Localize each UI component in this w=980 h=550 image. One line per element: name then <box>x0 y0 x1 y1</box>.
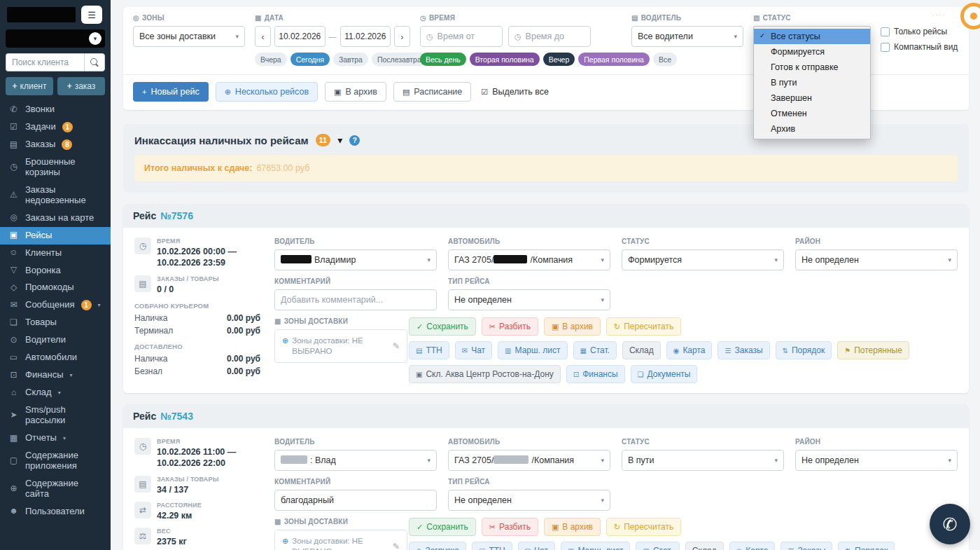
warehouse-aqua-button[interactable]: ▣ Скл. Аква Центр Ростов-на-Дону <box>409 365 561 383</box>
recalculate-trip-button[interactable]: ↻ Пересчитать <box>606 518 681 536</box>
chip-tomorrow[interactable]: Завтра <box>333 53 368 66</box>
sidebar-item-products[interactable]: ❏ Товары <box>0 314 111 331</box>
sidebar-item-clients[interactable]: ☺ Клиенты <box>0 245 111 262</box>
chip-all[interactable]: Все <box>653 53 677 66</box>
new-trip-button[interactable]: +Новый рейс <box>133 82 209 102</box>
checkbox-icon[interactable] <box>881 43 890 52</box>
archive-trip-button[interactable]: ▣ В архив <box>544 518 601 536</box>
driver-select[interactable]: : Влад ▾ <box>274 450 437 471</box>
status-option[interactable]: Готов к отправке <box>754 60 870 75</box>
save-trip-button[interactable]: ✓ Сохранить <box>409 518 476 536</box>
multiple-trips-button[interactable]: ⊕Несколько рейсов <box>216 82 318 102</box>
map-button[interactable]: ◉ Карта <box>729 542 776 550</box>
route-sheet-button[interactable]: ▥ Марш. лист <box>498 341 567 359</box>
archive-trip-button[interactable]: ▣ В архив <box>544 317 601 336</box>
checkbox-icon[interactable] <box>881 27 890 36</box>
archive-button[interactable]: ▣В архив <box>325 82 386 102</box>
sidebar-item-trips[interactable]: ▣ Рейсы <box>0 227 111 245</box>
loading-button[interactable]: ⇧ Загрузка <box>409 542 466 550</box>
ttn-button[interactable]: ▤ ТТН <box>472 542 512 550</box>
time-from-input[interactable]: ◷Время от <box>420 26 503 47</box>
orders-button[interactable]: ☰ Заказы <box>718 341 769 359</box>
sidebar-item-messages[interactable]: ✉ Сообщения 1 ▾ <box>0 296 111 314</box>
route-sheet-button[interactable]: ▥ Марш. лист <box>561 542 630 550</box>
finance-button[interactable]: ⊡ Финансы <box>566 365 625 383</box>
chat-button[interactable]: ✉ Чат <box>455 341 492 359</box>
sidebar-item-sms-push[interactable]: ➤ Sms/push рассылки <box>0 401 111 429</box>
sidebar-item-promocodes[interactable]: ◇ Промокоды <box>0 279 111 296</box>
edit-icon[interactable]: ✎ <box>393 341 400 351</box>
chip-yesterday[interactable]: Вчера <box>255 53 287 66</box>
order-sort-button[interactable]: ⇅ Порядок <box>776 341 832 359</box>
sidebar-item-warehouse[interactable]: ⌂ Склад ▾ <box>0 384 111 401</box>
vehicle-select[interactable]: ГАЗ 2705//Компания ▾ <box>448 249 610 270</box>
trip-status-select[interactable]: В пути ▾ <box>622 450 784 471</box>
sidebar-item-app-content[interactable]: ▢ Содержание приложения <box>0 447 111 475</box>
comment-input[interactable] <box>274 289 437 310</box>
select-all-button[interactable]: ☑Выделить все <box>478 82 552 102</box>
edit-icon[interactable]: ✎ <box>393 542 400 550</box>
save-trip-button[interactable]: ✓ Сохранить <box>409 317 476 336</box>
recalculate-trip-button[interactable]: ↻ Пересчитать <box>606 317 681 336</box>
time-to-input[interactable]: ◷Время до <box>508 26 591 47</box>
stats-button[interactable]: ▦ Стат. <box>636 542 679 550</box>
trip-type-select[interactable]: Не определен ▾ <box>448 490 610 511</box>
sidebar-item-funnel[interactable]: ▽ Воронка <box>0 262 111 280</box>
sidebar-item-finance[interactable]: ⊡ Финансы ▾ <box>0 366 111 384</box>
order-sort-button[interactable]: ⇅ Порядок <box>838 542 895 550</box>
status-option[interactable]: ✓ Все статусы <box>754 29 870 44</box>
phone-fab-button[interactable]: ✆ <box>930 504 970 544</box>
split-trip-button[interactable]: ✂ Разбить <box>482 317 538 336</box>
chip-first-half[interactable]: Первая половина <box>578 53 650 66</box>
lost-button[interactable]: ⚑ Потерянные <box>837 341 909 359</box>
schedule-button[interactable]: ▤Расписание <box>393 82 471 102</box>
driver-select[interactable]: Владимир ▾ <box>274 249 437 270</box>
documents-button[interactable]: ❏ Документы <box>631 365 698 383</box>
split-trip-button[interactable]: ✂ Разбить <box>482 518 538 536</box>
sidebar-item-abandoned-carts[interactable]: ◷ Брошенные корзины <box>0 153 111 181</box>
sidebar-item-orders-on-map[interactable]: ◎ Заказы на карте <box>0 209 111 227</box>
sidebar-item-undelivered-orders[interactable]: ⚠ Заказы недовезенные <box>0 181 111 209</box>
zones-filter-select[interactable]: Все зоны доставки ▾ <box>133 26 245 47</box>
warehouse-button[interactable]: Склад <box>685 542 724 550</box>
status-option[interactable]: В пути <box>754 75 870 90</box>
warehouse-button[interactable]: Склад <box>622 341 661 359</box>
status-option[interactable]: Формируется <box>754 44 870 60</box>
trip-status-select[interactable]: Формируется ▾ <box>622 249 784 270</box>
search-button[interactable] <box>84 53 105 71</box>
chip-all-day[interactable]: Весь день <box>420 53 466 66</box>
chip-day-after-tomorrow[interactable]: Послезавтра <box>372 53 427 66</box>
trip-type-select[interactable]: Не определен ▾ <box>448 289 610 310</box>
sidebar-item-drivers[interactable]: ⊙ Водители <box>0 331 111 349</box>
status-option[interactable]: Архив <box>754 121 870 137</box>
sidebar-item-vehicles[interactable]: ▭ Автомобили <box>0 349 111 366</box>
date-from-input[interactable]: 10.02.2026 <box>274 26 326 47</box>
driver-filter-select[interactable]: Все водители ▾ <box>631 26 743 47</box>
stats-button[interactable]: ▦ Стат. <box>573 341 617 359</box>
ttn-button[interactable]: ▤ ТТН <box>409 341 449 359</box>
orders-button[interactable]: ☰ Заказы <box>780 542 832 550</box>
chip-today[interactable]: Сегодня <box>290 53 330 66</box>
info-icon[interactable]: ? <box>349 135 360 146</box>
district-select[interactable]: Не определен ▾ <box>795 249 958 270</box>
sidebar-item-calls[interactable]: ✆ Звонки <box>0 101 111 118</box>
chat-button[interactable]: ✉ Чат <box>518 542 555 550</box>
add-client-button[interactable]: +клиент <box>6 77 53 95</box>
sidebar-item-reports[interactable]: ▦ Отчеты ▾ <box>0 429 111 447</box>
only-trips-checkbox-row[interactable]: Только рейсы <box>881 27 958 36</box>
date-prev-button[interactable]: ‹ <box>255 26 271 47</box>
sidebar-item-site-content[interactable]: ⊕ Содержание сайта <box>0 475 111 503</box>
sidebar-item-tasks[interactable]: ☑ Задачи 1 <box>0 118 111 136</box>
vehicle-select[interactable]: ГАЗ 2705//Компания ▾ <box>448 450 610 471</box>
sidebar-item-users[interactable]: ☻ Пользователи <box>0 503 111 521</box>
chevron-down-icon[interactable]: ▾ <box>337 135 342 146</box>
status-option[interactable]: Завершен <box>754 90 870 106</box>
map-button[interactable]: ◉ Карта <box>666 341 713 359</box>
account-select[interactable]: ▾ <box>6 29 105 48</box>
menu-toggle-button[interactable]: ☰ <box>81 6 102 24</box>
client-search-input[interactable] <box>6 53 84 71</box>
delivery-zones-box[interactable]: ⊕Зоны доставки: НЕ ВЫБРАНО ✎ <box>274 329 407 363</box>
add-order-button[interactable]: +заказ <box>57 77 105 95</box>
chip-evening[interactable]: Вечер <box>543 53 575 66</box>
date-to-input[interactable]: 11.02.2026 <box>340 26 391 47</box>
